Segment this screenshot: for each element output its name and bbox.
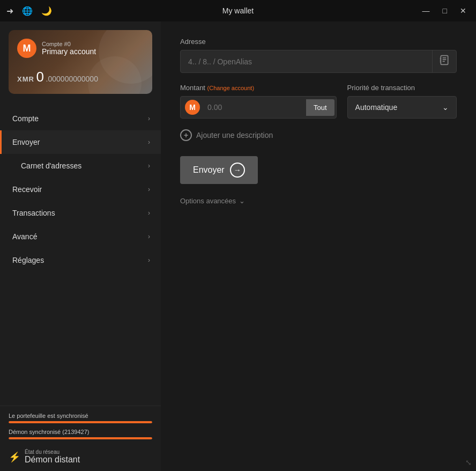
send-arrow-icon: → (230, 163, 245, 178)
priority-label: Priorité de transaction (347, 84, 457, 92)
amount-label: Montant (Change account) (180, 84, 337, 92)
chevron-icon-avance: › (148, 233, 150, 240)
nav-label-recevoir: Recevoir (12, 185, 42, 194)
wallet-header: M Compte #0 Primary account (17, 39, 144, 58)
wallet-sync-bar (9, 421, 152, 423)
chevron-down-advanced-icon: ⌄ (239, 197, 245, 205)
nav-label-carnet: Carnet d'adresses (21, 161, 81, 170)
amount-title: Montant (180, 84, 205, 92)
arrow-icon[interactable]: ➜ (6, 6, 13, 16)
lightning-icon: ⚡ (9, 451, 20, 463)
minimize-button[interactable]: — (419, 5, 433, 16)
nav-list: Compte › Envoyer › Carnet d'adresses › R… (0, 102, 161, 406)
amount-input[interactable] (204, 98, 304, 117)
chevron-icon-transactions: › (148, 209, 150, 217)
address-input[interactable] (181, 51, 432, 72)
network-state-label: État du réseau (25, 449, 80, 455)
sidebar-item-transactions[interactable]: Transactions › (0, 201, 161, 225)
titlebar-controls: — □ ✕ (419, 5, 470, 16)
balance-decimal: .000000000000 (46, 75, 98, 83)
change-account-label: (Change account) (207, 85, 254, 91)
nav-label-compte: Compte (12, 114, 39, 123)
sidebar: M Compte #0 Primary account XMR 0 .00000… (0, 21, 161, 471)
titlebar-left: ➜ 🌐 🌙 (6, 6, 52, 16)
advanced-options-label: Options avancées (180, 197, 236, 205)
sidebar-item-recevoir[interactable]: Recevoir › (0, 178, 161, 201)
sidebar-item-reglages[interactable]: Réglages › (0, 248, 161, 272)
address-book-button[interactable] (432, 50, 456, 72)
chevron-icon-carnet: › (148, 162, 150, 170)
priority-value: Automatique (355, 103, 398, 112)
send-button-label: Envoyer (193, 165, 225, 175)
sidebar-status: Le portefeuille est synchronisé Démon sy… (0, 406, 161, 471)
daemon-sync-label: Démon synchronisé (2139427) (9, 429, 152, 435)
advanced-options-toggle[interactable]: Options avancées ⌄ (180, 197, 457, 205)
daemon-text: État du réseau Démon distant (25, 449, 80, 465)
add-description-label: Ajouter une description (196, 131, 273, 139)
sidebar-item-avance[interactable]: Avancé › (0, 225, 161, 248)
main-content: Adresse Montant (Change account) (161, 21, 476, 471)
priority-column: Priorité de transaction Automatique ⌄ (347, 84, 457, 119)
moon-icon[interactable]: 🌙 (41, 6, 52, 16)
nav-label-avance: Avancé (12, 232, 37, 241)
priority-select[interactable]: Automatique ⌄ (347, 96, 457, 119)
main-layout: M Compte #0 Primary account XMR 0 .00000… (0, 21, 476, 471)
amount-input-wrapper: M Tout (180, 96, 337, 119)
daemon-status: ⚡ État du réseau Démon distant (9, 445, 152, 467)
amount-priority-row: Montant (Change account) M Tout Priorité… (180, 84, 457, 119)
wallet-account-info: Compte #0 Primary account (42, 41, 96, 56)
wallet-balance: XMR 0 .000000000000 (17, 69, 144, 85)
chevron-down-icon: ⌄ (442, 103, 449, 112)
titlebar: ➜ 🌐 🌙 My wallet — □ ✕ (0, 0, 476, 21)
account-name: Primary account (42, 47, 96, 56)
wallet-card: M Compte #0 Primary account XMR 0 .00000… (9, 30, 152, 94)
chevron-icon-envoyer: › (148, 138, 150, 146)
all-button[interactable]: Tout (306, 99, 334, 116)
send-button[interactable]: Envoyer → (180, 156, 258, 184)
xmr-label: XMR (17, 75, 34, 83)
plus-icon: + (180, 129, 192, 141)
chevron-icon-recevoir: › (148, 186, 150, 193)
wallet-sync-fill (9, 421, 152, 423)
window-title: My wallet (222, 6, 254, 15)
chevron-icon-compte: › (148, 115, 150, 122)
sidebar-item-compte[interactable]: Compte › (0, 107, 161, 130)
sidebar-item-envoyer[interactable]: Envoyer › (0, 130, 161, 154)
nav-label-transactions: Transactions (12, 209, 55, 217)
globe-icon[interactable]: 🌐 (22, 6, 33, 16)
address-input-wrapper (180, 50, 457, 73)
monero-logo: M (17, 39, 36, 58)
nav-label-envoyer: Envoyer (12, 138, 40, 146)
monero-icon-small: M (185, 100, 200, 115)
daemon-type: Démon distant (25, 455, 80, 465)
wallet-sync-label: Le portefeuille est synchronisé (9, 413, 152, 419)
chevron-icon-reglages: › (148, 256, 150, 264)
account-number: Compte #0 (42, 41, 96, 47)
nav-label-reglages: Réglages (12, 256, 44, 264)
amount-column: Montant (Change account) M Tout (180, 84, 337, 119)
maximize-button[interactable]: □ (440, 5, 450, 16)
resize-handle[interactable]: ⤡ (465, 458, 472, 467)
address-label: Adresse (180, 38, 457, 46)
add-description-button[interactable]: + Ajouter une description (180, 129, 457, 141)
balance-integer: 0 (36, 69, 44, 85)
daemon-sync-bar (9, 437, 152, 439)
sidebar-item-carnet[interactable]: Carnet d'adresses › (0, 154, 161, 178)
close-button[interactable]: ✕ (457, 5, 470, 16)
daemon-sync-fill (9, 437, 152, 439)
